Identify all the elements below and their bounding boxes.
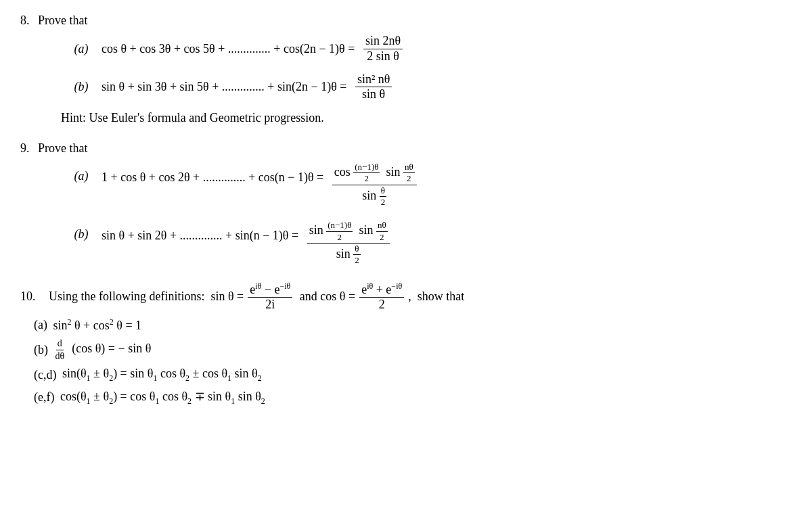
problem-9-header: 9. Prove that bbox=[20, 141, 792, 156]
problem-9a-denom-frac: θ 2 bbox=[380, 186, 387, 208]
problem-8-header: 8. Prove that bbox=[20, 14, 792, 28]
problem-9-number: 9. bbox=[20, 141, 30, 155]
problem-9-label: Prove that bbox=[38, 141, 88, 155]
problem-8a-label: (a) bbox=[61, 42, 102, 56]
problem-10b: (b) d dθ (cos θ) = − sin θ bbox=[34, 338, 792, 361]
problem-9a-lhs: 1 + cos θ + cos 2θ + .............. + co… bbox=[102, 170, 323, 185]
problem-10-sin-numer: eiθ − e−iθ bbox=[248, 282, 292, 298]
problem-8b-label: (b) bbox=[61, 80, 102, 94]
problem-10ef: (e,f) cos(θ1 ± θ2) = cos θ1 cos θ2 ∓ sin… bbox=[34, 389, 792, 407]
problem-9a-sin-frac: nθ 2 bbox=[403, 162, 415, 184]
problem-9b-lhs: sin θ + sin 2θ + .............. + sin(n … bbox=[102, 229, 298, 243]
problem-9b-sin1-frac: (n−1)θ 2 bbox=[326, 221, 353, 242]
problem-10-sin-fraction: eiθ − e−iθ 2i bbox=[248, 282, 292, 312]
problem-10cd-eq: sin(θ1 ± θ2) = sin θ1 cos θ2 ± cos θ1 si… bbox=[62, 367, 262, 384]
problem-10-cos-denom: 2 bbox=[377, 298, 387, 312]
problem-9b-equation: sin θ + sin 2θ + .............. + sin(n … bbox=[102, 221, 390, 265]
problem-10-intro-mid: and cos θ = bbox=[296, 289, 355, 304]
problem-8b-denom: sin θ bbox=[360, 87, 387, 101]
problem-9a-cos-frac: (n−1)θ 2 bbox=[353, 162, 380, 184]
problem-8-hint: Hint: Use Euler's formula and Geometric … bbox=[61, 111, 792, 125]
problem-10a: (a) sin2 θ + cos2 θ = 1 bbox=[34, 317, 792, 333]
problem-9b-sin2-frac: nθ 2 bbox=[376, 221, 388, 242]
problem-10-number: 10. bbox=[20, 289, 45, 304]
problem-10-intro-end: , show that bbox=[408, 289, 464, 304]
problem-10b-label: (b) bbox=[34, 343, 51, 357]
problem-9b-numer: sin (n−1)θ 2 sin nθ 2 bbox=[307, 221, 390, 244]
problem-8a-numer: sin 2nθ bbox=[363, 34, 403, 49]
problem-10-header: 10. Using the following definitions: sin… bbox=[20, 282, 792, 312]
problem-8-label: Prove that bbox=[38, 14, 88, 27]
problem-9a: (a) 1 + cos θ + cos 2θ + .............. … bbox=[61, 162, 792, 207]
problem-9a-denom: sin θ 2 bbox=[360, 185, 388, 208]
problem-9a-equals bbox=[326, 170, 330, 185]
problem-9a-label: (a) bbox=[61, 169, 102, 183]
problem-10-cos-numer: eiθ + e−iθ bbox=[359, 282, 404, 298]
problem-9b-denom-frac: θ 2 bbox=[353, 244, 361, 266]
problem-9b: (b) sin θ + sin 2θ + .............. + si… bbox=[61, 221, 792, 265]
problem-8a-lhs: cos θ + cos 3θ + cos 5θ + ..............… bbox=[102, 42, 355, 56]
problem-10b-deriv-frac: d dθ bbox=[54, 338, 66, 361]
problem-10: 10. Using the following definitions: sin… bbox=[20, 282, 792, 407]
problem-10ef-label: (e,f) bbox=[34, 390, 58, 404]
problem-10-cos-fraction: eiθ + e−iθ 2 bbox=[359, 282, 404, 312]
problem-8b-numer: sin² nθ bbox=[355, 73, 392, 88]
problem-9a-equation: 1 + cos θ + cos 2θ + .............. + co… bbox=[102, 162, 417, 207]
problem-9b-fraction: sin (n−1)θ 2 sin nθ 2 sin θ 2 bbox=[307, 221, 390, 265]
problem-8a-rhs-space bbox=[357, 42, 361, 56]
problem-8b-equation: sin θ + sin 3θ + sin 5θ + ..............… bbox=[102, 73, 392, 102]
problem-9b-denom: sin θ 2 bbox=[334, 244, 363, 266]
problem-10-intro-start: Using the following definitions: sin θ = bbox=[49, 289, 244, 304]
problem-9b-label: (b) bbox=[61, 227, 102, 241]
problem-8b-fraction: sin² nθ sin θ bbox=[355, 73, 392, 102]
problem-9a-numer: cos (n−1)θ 2 sin nθ 2 bbox=[332, 162, 417, 185]
problem-8b: (b) sin θ + sin 3θ + sin 5θ + ..........… bbox=[61, 73, 792, 102]
problem-10ef-eq: cos(θ1 ± θ2) = cos θ1 cos θ2 ∓ sin θ1 si… bbox=[60, 389, 265, 407]
problem-8a-equation: cos θ + cos 3θ + cos 5θ + ..............… bbox=[102, 34, 403, 64]
problem-10-sin-denom: 2i bbox=[263, 298, 277, 312]
problem-8b-rhs-space bbox=[349, 80, 353, 94]
problem-9b-equals bbox=[301, 229, 304, 243]
problem-8a-denom: 2 sin θ bbox=[365, 49, 401, 64]
problem-10a-eq: sin2 θ + cos2 θ = 1 bbox=[53, 317, 141, 333]
problem-8-number: 8. bbox=[20, 14, 30, 27]
problem-8: 8. Prove that (a) cos θ + cos 3θ + cos 5… bbox=[20, 14, 792, 125]
problem-10cd-label: (c,d) bbox=[34, 368, 60, 382]
problem-9a-fraction: cos (n−1)θ 2 sin nθ 2 sin θ 2 bbox=[332, 162, 417, 207]
problem-10b-eq: d dθ (cos θ) = − sin θ bbox=[54, 338, 152, 361]
problem-8a-fraction: sin 2nθ 2 sin θ bbox=[363, 34, 403, 64]
problem-8b-lhs: sin θ + sin 3θ + sin 5θ + ..............… bbox=[102, 80, 346, 94]
problem-10cd: (c,d) sin(θ1 ± θ2) = sin θ1 cos θ2 ± cos… bbox=[34, 367, 792, 384]
problem-9: 9. Prove that (a) 1 + cos θ + cos 2θ + .… bbox=[20, 141, 792, 265]
problem-10-body: (a) sin2 θ + cos2 θ = 1 (b) d dθ (cos θ)… bbox=[34, 317, 792, 406]
problem-10a-label: (a) bbox=[34, 318, 50, 332]
problem-8a: (a) cos θ + cos 3θ + cos 5θ + ..........… bbox=[61, 34, 792, 64]
